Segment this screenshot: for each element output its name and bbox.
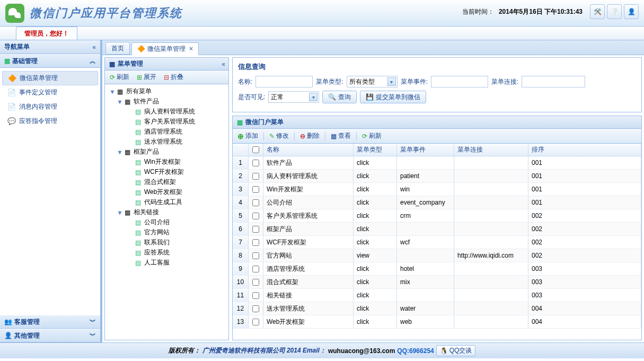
table-row[interactable]: 1 软件产品 click 001 <box>233 156 641 170</box>
col-event[interactable]: 菜单事件 <box>397 144 454 156</box>
tree-leaf[interactable]: ▤Web开发框架 <box>106 187 227 197</box>
accordion-header-basic[interactable]: ▦ 基础管理 ︽ <box>0 54 100 68</box>
tree-leaf[interactable]: ▤送水管理系统 <box>106 137 227 147</box>
nav-title: 导航菜单 <box>4 42 30 51</box>
table-row[interactable]: 10 混合式框架 click mix 003 <box>233 276 641 289</box>
plus-icon: ⊕ <box>237 132 244 140</box>
nav-item-event-def[interactable]: 📄 事件定义管理 <box>0 85 100 100</box>
add-button[interactable]: ⊕添加 <box>235 130 261 142</box>
tree-leaf[interactable]: ▤应答系统 <box>106 248 227 258</box>
table-row[interactable]: 11 相关链接 click 003 <box>233 289 641 302</box>
tree-leaf[interactable]: ▤官方网站 <box>106 227 227 237</box>
help-icon: ❔ <box>611 8 619 15</box>
qq-chat-button[interactable]: 🐧QQ交谈 <box>436 345 476 356</box>
row-checkbox[interactable] <box>252 199 259 206</box>
edit-button[interactable]: ✎修改 <box>267 130 292 142</box>
name-input[interactable] <box>255 76 313 87</box>
visible-select[interactable]: 正常▾ <box>268 91 319 103</box>
row-checkbox[interactable] <box>252 292 259 299</box>
tree-leaf[interactable]: ▤代码生成工具 <box>106 197 227 207</box>
tab-wechat-menu[interactable]: 🔶 微信菜单管理 × <box>131 42 199 55</box>
delete-button[interactable]: ⊖删除 <box>297 130 322 142</box>
nav-item-reply[interactable]: 💬 应答指令管理 <box>0 114 100 128</box>
user-button[interactable]: 👤 <box>624 4 639 19</box>
col-order[interactable]: 排序 <box>528 144 641 156</box>
row-number: 13 <box>233 315 249 328</box>
row-number: 7 <box>233 236 249 249</box>
col-name[interactable]: 名称 <box>263 144 354 156</box>
nav-panel: 导航菜单 « ▦ 基础管理 ︽ 🔶 微信菜单管理 📄 事件定义管理 📄 消息内容… <box>0 40 101 342</box>
col-checkbox <box>249 144 263 156</box>
submit-button[interactable]: 💾提交菜单到微信 <box>360 91 426 103</box>
table-row[interactable]: 6 框架产品 click 002 <box>233 223 641 236</box>
tree-leaf[interactable]: ▤Win开发框架 <box>106 157 227 167</box>
row-checkbox[interactable] <box>252 319 259 325</box>
cell-type: click <box>354 170 397 182</box>
row-checkbox[interactable] <box>252 160 259 166</box>
tree-branch[interactable]: ▾▦框架产品 <box>106 147 227 157</box>
cell-link <box>454 156 528 169</box>
cell-type: click <box>354 156 397 169</box>
tree-leaf[interactable]: ▤WCF开发框架 <box>106 167 227 177</box>
tree-leaf[interactable]: ▤混合式框架 <box>106 177 227 187</box>
tree-root[interactable]: ▾▦所有菜单 <box>106 86 227 96</box>
row-checkbox[interactable] <box>252 173 259 180</box>
nav-item-message[interactable]: 📄 消息内容管理 <box>0 100 100 114</box>
nav-title-bar[interactable]: 导航菜单 « <box>0 40 100 54</box>
table-row[interactable]: 13 Web开发框架 click web 004 <box>233 315 641 329</box>
table-row[interactable]: 7 WCF开发框架 click wcf 002 <box>233 236 641 249</box>
select-all-checkbox[interactable] <box>252 146 259 153</box>
row-checkbox[interactable] <box>252 239 259 246</box>
tree-leaf[interactable]: ▤人工客服 <box>106 258 227 268</box>
tree-leaf[interactable]: ▤病人资料管理系统 <box>106 107 227 117</box>
cell-link <box>454 183 528 196</box>
help-button[interactable]: ❔ <box>607 4 622 19</box>
tree-leaf[interactable]: ▤联系我们 <box>106 237 227 248</box>
tab-home[interactable]: 首页 <box>105 42 130 55</box>
query-button[interactable]: 🔍查询 <box>322 91 357 103</box>
link-input[interactable] <box>522 76 585 87</box>
refresh-button[interactable]: ⟳刷新 <box>359 130 384 142</box>
tree-branch[interactable]: ▾▦相关链接 <box>106 207 227 217</box>
row-checkbox[interactable] <box>252 213 259 219</box>
table-row[interactable]: 3 Win开发框架 click win 001 <box>233 183 641 196</box>
table-row[interactable]: 4 公司介绍 click event_company 001 <box>233 196 641 209</box>
tree-leaf[interactable]: ▤客户关系管理系统 <box>106 117 227 127</box>
table-row[interactable]: 9 酒店管理系统 click hotel 003 <box>233 262 641 276</box>
accordion-header-other[interactable]: 👤 其他管理 ︾ <box>0 329 100 342</box>
event-input[interactable] <box>431 76 488 87</box>
close-icon[interactable]: × <box>189 45 193 52</box>
tools-button[interactable]: 🛠️ <box>590 4 605 19</box>
accordion-header-service[interactable]: 👥 客服管理 ︾ <box>0 315 100 329</box>
row-checkbox[interactable] <box>252 226 259 233</box>
row-checkbox[interactable] <box>252 252 259 259</box>
row-checkbox[interactable] <box>252 305 259 312</box>
label-link: 菜单连接: <box>491 77 518 86</box>
view-button[interactable]: ▦查看 <box>328 130 354 142</box>
tree-branch[interactable]: ▾▦软件产品 <box>106 96 227 107</box>
collapse-left-icon[interactable]: « <box>92 43 96 51</box>
collapse-left-icon[interactable]: « <box>222 60 225 68</box>
table-row[interactable]: 8 官方网站 view http://www.iqidi.com 002 <box>233 249 641 262</box>
col-link[interactable]: 菜单连接 <box>454 144 528 156</box>
tree-leaf[interactable]: ▤公司介绍 <box>106 217 227 227</box>
cell-event: crm <box>397 209 454 222</box>
tree-expand-button[interactable]: ⊞展开 <box>134 72 159 83</box>
tree-refresh-button[interactable]: ⟳刷新 <box>107 72 132 83</box>
row-checkbox[interactable] <box>252 186 259 193</box>
user-greeting: 管理员，您好！ <box>16 27 77 40</box>
table-row[interactable]: 12 送水管理系统 click water 004 <box>233 302 641 315</box>
view-icon: ▦ <box>331 133 337 140</box>
type-select[interactable]: 所有类型▾ <box>347 76 398 87</box>
row-checkbox[interactable] <box>252 279 259 286</box>
tree-leaf[interactable]: ▤酒店管理系统 <box>106 127 227 137</box>
tree-collapse-button[interactable]: ⊟折叠 <box>161 72 186 83</box>
row-checkbox[interactable] <box>252 266 259 272</box>
table-row[interactable]: 5 客户关系管理系统 click crm 002 <box>233 209 641 223</box>
col-type[interactable]: 菜单类型 <box>354 144 397 156</box>
time-label: 当前时间： <box>462 7 494 16</box>
cell-link <box>454 223 528 235</box>
nav-item-wechat-menu[interactable]: 🔶 微信菜单管理 <box>2 71 98 85</box>
table-row[interactable]: 2 病人资料管理系统 click patient 001 <box>233 170 641 183</box>
cell-name: 框架产品 <box>263 223 354 235</box>
